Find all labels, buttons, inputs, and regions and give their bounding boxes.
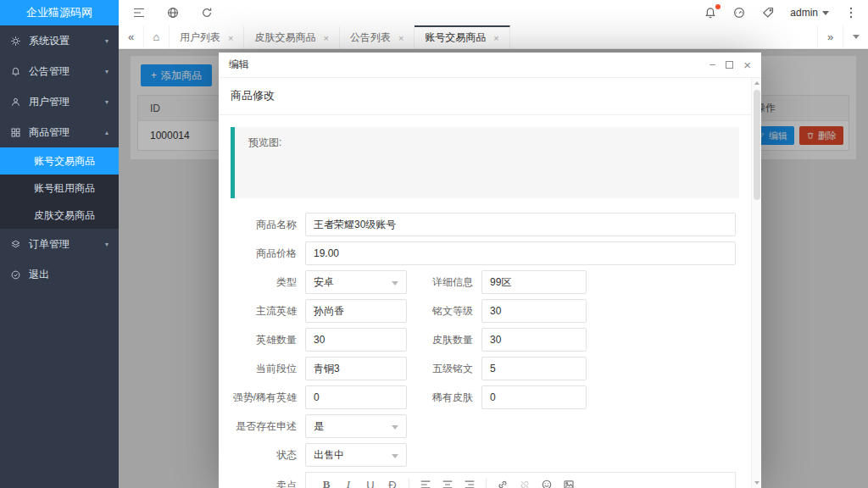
close-icon[interactable]: ×	[228, 33, 233, 43]
tab-label: 公告列表	[350, 30, 391, 45]
current-rank-input[interactable]	[305, 357, 407, 380]
field-label: 卖点	[231, 472, 305, 488]
globe-icon[interactable]	[166, 6, 180, 19]
field-label: 稀有皮肤	[407, 391, 481, 405]
inscription-level-input[interactable]	[481, 299, 587, 323]
select-value: 是	[314, 419, 324, 434]
products-submenu: 账号交易商品 账号租用商品 皮肤交易商品	[0, 147, 119, 229]
scroll-up-icon[interactable]	[752, 78, 761, 88]
form-row: 商品价格	[231, 241, 739, 265]
level5-inscription-input[interactable]	[481, 357, 587, 380]
rare-hero-input[interactable]	[305, 385, 407, 409]
tab-label: 账号交易商品	[425, 30, 486, 45]
user-menu[interactable]: admin	[790, 7, 829, 19]
tab-account-trade[interactable]: 账号交易商品 ×	[415, 25, 509, 48]
rich-text-editor: B I U Đ	[305, 472, 736, 488]
notification-badge	[715, 4, 721, 9]
link-icon[interactable]	[492, 479, 514, 488]
sidebar-item-label: 商品管理	[29, 125, 70, 140]
scroll-down-icon[interactable]	[752, 478, 761, 488]
sidebar-item-account-rent[interactable]: 账号租用商品	[0, 175, 119, 202]
chevron-down-icon	[822, 11, 829, 15]
field-label: 是否存在申述	[231, 419, 305, 434]
product-price-input[interactable]	[305, 241, 736, 265]
modal-scrollbar[interactable]	[751, 78, 761, 488]
tabs-menu-button[interactable]	[843, 25, 868, 48]
form-row: 状态 出售中	[231, 443, 739, 467]
field-label: 五级铭文	[407, 362, 481, 376]
sidebar-item-products[interactable]: 商品管理 ▴	[0, 117, 119, 147]
tab-user-list[interactable]: 用户列表 ×	[170, 25, 244, 48]
hero-count-input[interactable]	[305, 328, 407, 352]
field-label: 主流英雄	[231, 304, 305, 319]
modal-body: 商品修改 预览图: 商品名称 商品价格 类型	[219, 78, 761, 488]
bold-icon[interactable]: B	[315, 478, 337, 488]
status-select[interactable]: 出售中	[305, 443, 407, 467]
emoji-icon[interactable]	[536, 479, 558, 488]
scrollbar-thumb[interactable]	[754, 90, 760, 200]
tab-operations: »	[817, 25, 868, 48]
unlink-icon[interactable]	[514, 479, 536, 488]
chevron-up-icon: ▴	[105, 129, 108, 136]
chevron-down-icon	[392, 425, 398, 430]
sidebar-item-label: 公告管理	[29, 64, 70, 79]
close-icon[interactable]: ×	[398, 33, 403, 43]
detail-info-input[interactable]	[481, 270, 587, 294]
tabs-scroll-left-button[interactable]: «	[119, 25, 144, 48]
minimize-icon[interactable]: −	[709, 59, 716, 70]
form-row: 卖点 B I U Đ	[231, 472, 739, 488]
sidebar-item-account-trade[interactable]: 账号交易商品	[0, 147, 119, 175]
product-preview-image[interactable]	[248, 158, 304, 190]
bell-icon[interactable]	[704, 6, 717, 19]
field-label: 类型	[231, 275, 305, 290]
sidebar-item-announcements[interactable]: 公告管理 ▾	[0, 56, 119, 86]
close-icon[interactable]: ×	[743, 58, 751, 71]
topbar-right-icons: admin	[704, 6, 868, 19]
italic-icon[interactable]: I	[337, 478, 359, 488]
field-label: 详细信息	[407, 275, 481, 290]
preview-block: 预览图:	[231, 127, 739, 198]
home-tab[interactable]: ⌂	[144, 25, 170, 48]
sidebar-item-skin-trade[interactable]: 皮肤交易商品	[0, 202, 119, 229]
appeal-select[interactable]: 是	[305, 414, 407, 438]
tabs-scroll-right-button[interactable]: »	[817, 25, 843, 48]
gear-icon	[10, 36, 21, 47]
modal-window-controls: − ×	[709, 58, 751, 71]
main-hero-input[interactable]	[305, 299, 407, 323]
strikethrough-icon[interactable]: Đ	[381, 479, 403, 488]
toolbar-divider	[409, 479, 409, 488]
sidebar-item-system-settings[interactable]: 系统设置 ▾	[0, 25, 119, 56]
align-left-icon[interactable]	[415, 479, 437, 488]
type-select[interactable]: 安卓	[305, 270, 407, 294]
tab-announcement-list[interactable]: 公告列表 ×	[340, 25, 415, 48]
edit-form: 商品名称 商品价格 类型 安卓 详细信息	[219, 210, 751, 488]
more-vertical-icon[interactable]	[844, 6, 858, 19]
close-icon[interactable]: ×	[493, 33, 498, 43]
topbar-left-icons	[119, 6, 214, 19]
skin-count-input[interactable]	[481, 328, 587, 352]
sidebar-item-users[interactable]: 用户管理 ▾	[0, 86, 119, 117]
gauge-icon[interactable]	[732, 6, 746, 19]
form-row: 强势/稀有英雄 稀有皮肤	[231, 385, 739, 409]
sidebar-item-logout[interactable]: 退出	[0, 259, 119, 290]
tabbar: « ⌂ 用户列表 × 皮肤交易商品 × 公告列表 × 账号交易商品 × »	[119, 25, 868, 49]
editor-toolbar: B I U Đ	[305, 472, 736, 488]
underline-icon[interactable]: U	[359, 479, 381, 488]
tag-icon[interactable]	[761, 6, 775, 19]
select-value: 安卓	[314, 275, 334, 290]
chevron-down-icon	[853, 35, 860, 39]
maximize-icon[interactable]	[726, 59, 733, 70]
chevron-down-icon: ▾	[105, 98, 108, 106]
close-icon[interactable]: ×	[323, 33, 328, 43]
sidebar-item-orders[interactable]: 订单管理 ▾	[0, 229, 119, 259]
product-name-input[interactable]	[305, 213, 736, 236]
refresh-icon[interactable]	[200, 6, 214, 19]
tab-skin-trade[interactable]: 皮肤交易商品 ×	[244, 25, 339, 48]
sidebar-toggle-icon[interactable]	[132, 6, 146, 19]
field-label: 状态	[231, 448, 305, 463]
form-row: 商品名称	[231, 213, 739, 236]
image-icon[interactable]	[558, 479, 580, 488]
rare-skin-input[interactable]	[481, 385, 587, 409]
align-right-icon[interactable]	[459, 479, 481, 488]
align-center-icon[interactable]	[437, 479, 459, 488]
